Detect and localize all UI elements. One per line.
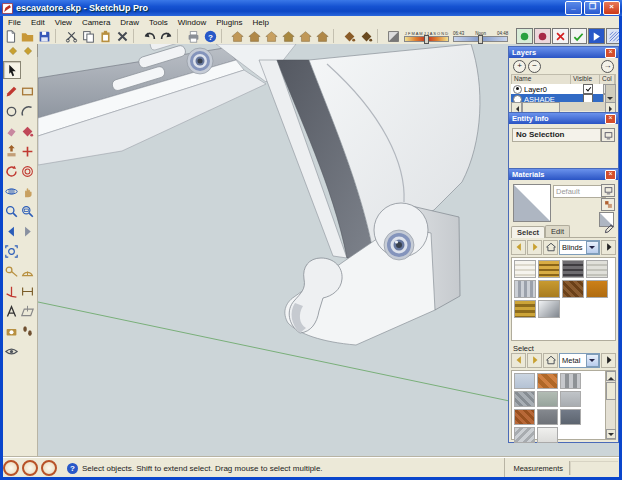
paint-bucket-tool[interactable] [19, 123, 35, 139]
paint-bucket-button-1[interactable] [341, 29, 358, 44]
plugin-button-red[interactable] [534, 28, 551, 44]
materials-tab[interactable]: Select [511, 226, 545, 238]
layers-details-button[interactable]: → [601, 60, 614, 73]
material-name-field[interactable]: Default [553, 185, 606, 198]
minimize-button[interactable]: _ [565, 1, 582, 15]
layers-horizontal-scrollbar[interactable] [511, 102, 616, 111]
material-swatch[interactable] [514, 280, 536, 298]
materials-titlebar[interactable]: Materials [509, 169, 618, 180]
plugin-button-check[interactable] [570, 28, 587, 44]
menu-item[interactable]: Plugins [211, 18, 247, 27]
line-tool[interactable] [3, 83, 19, 99]
material-swatch[interactable] [537, 409, 558, 425]
material-swatch[interactable] [538, 300, 560, 318]
home-button[interactable] [543, 240, 558, 255]
material-swatch[interactable] [538, 280, 560, 298]
shadow-date-track[interactable] [404, 36, 449, 42]
separator[interactable] [333, 29, 339, 43]
material-swatch[interactable] [537, 427, 558, 443]
offset-tool[interactable] [19, 163, 35, 179]
close-icon[interactable] [605, 48, 616, 58]
open-button[interactable] [19, 29, 36, 44]
get-models-button[interactable] [297, 29, 314, 44]
material-preview[interactable] [513, 184, 551, 222]
material-swatch[interactable] [514, 409, 535, 425]
separator[interactable] [221, 29, 227, 43]
back-button[interactable] [511, 240, 526, 255]
toggle-terrain-button[interactable] [246, 29, 263, 44]
menu-item[interactable]: Edit [26, 18, 50, 27]
erase-button[interactable] [114, 29, 131, 44]
menu-item[interactable]: Window [173, 18, 211, 27]
menu-item[interactable]: Tools [144, 18, 173, 27]
shadow-settings-button[interactable] [385, 29, 402, 44]
close-icon[interactable] [605, 114, 616, 124]
material-swatch[interactable] [514, 300, 536, 318]
new-button[interactable] [2, 29, 19, 44]
zoom-extents-button[interactable] [3, 243, 19, 259]
chevron-down-icon[interactable] [586, 241, 599, 254]
palette-spacer[interactable] [19, 243, 35, 259]
rectangle-tool[interactable] [19, 83, 35, 99]
material-swatch[interactable] [538, 260, 560, 278]
print-button[interactable] [185, 29, 202, 44]
plugin-button-delete[interactable] [552, 28, 569, 44]
details-arrow-button-2[interactable] [601, 353, 616, 368]
section-plane-tool[interactable] [19, 303, 35, 319]
material-swatch[interactable] [560, 373, 581, 389]
sandbox-tool-2[interactable] [20, 45, 35, 57]
separator[interactable] [377, 29, 383, 43]
plugin-button-play[interactable] [588, 28, 605, 44]
material-swatch[interactable] [537, 373, 558, 389]
measurements-value-box[interactable] [569, 461, 618, 475]
walk-tool[interactable] [19, 323, 35, 339]
zoom-tool[interactable] [3, 203, 19, 219]
entity-details-button[interactable] [601, 128, 615, 142]
menu-item[interactable]: Help [247, 18, 273, 27]
eraser-tool[interactable] [3, 123, 19, 139]
separator[interactable] [133, 29, 139, 43]
material-swatch[interactable] [514, 391, 535, 407]
text-tool[interactable] [3, 303, 19, 319]
materials-tab[interactable]: Edit [545, 225, 570, 237]
back-button-2[interactable] [511, 353, 526, 368]
palette-spacer[interactable] [19, 343, 35, 359]
forward-button-2[interactable] [527, 353, 542, 368]
scroll-thumb[interactable] [606, 382, 616, 400]
paint-bucket-button-2[interactable] [358, 29, 375, 44]
get-current-view-button[interactable] [229, 29, 246, 44]
menu-item[interactable]: Draw [115, 18, 144, 27]
material-swatch[interactable] [514, 373, 535, 389]
select-tool[interactable] [3, 61, 21, 79]
shadow-time-slider[interactable]: 06:43 Noon 04:48 [453, 30, 508, 43]
layer-row[interactable]: Layer0 [511, 84, 616, 94]
chevron-down-icon[interactable] [586, 354, 599, 367]
secondary-pane-button[interactable] [601, 184, 615, 197]
material-swatch[interactable] [586, 260, 608, 278]
zoom-window-tool[interactable] [19, 203, 35, 219]
layer-visible-checkbox[interactable] [583, 84, 593, 94]
share-model-button[interactable] [314, 29, 331, 44]
menu-item[interactable]: Camera [77, 18, 115, 27]
material-swatch[interactable] [562, 280, 584, 298]
details-arrow-button[interactable] [601, 240, 616, 255]
column-name[interactable]: Name [512, 75, 571, 84]
knee-bushing[interactable] [187, 48, 213, 74]
move-tool[interactable] [19, 143, 35, 159]
pan-tool[interactable] [19, 183, 35, 199]
scroll-up-icon[interactable] [606, 371, 616, 381]
shadow-date-slider[interactable]: J F M A M J J A S O N D [404, 30, 449, 43]
next-view-button[interactable] [19, 223, 35, 239]
axes-tool[interactable] [3, 283, 19, 299]
look-around-tool[interactable] [3, 343, 19, 359]
previous-view-button[interactable] [3, 223, 19, 239]
column-color[interactable]: Col [600, 75, 615, 84]
separator[interactable] [177, 29, 183, 43]
collection-select-1[interactable]: Blinds [559, 240, 600, 255]
copy-button[interactable] [80, 29, 97, 44]
cut-button[interactable] [63, 29, 80, 44]
paste-button[interactable] [97, 29, 114, 44]
undo-button[interactable] [141, 29, 158, 44]
menu-item[interactable]: View [50, 18, 77, 27]
sample-paint-button[interactable] [603, 222, 616, 235]
